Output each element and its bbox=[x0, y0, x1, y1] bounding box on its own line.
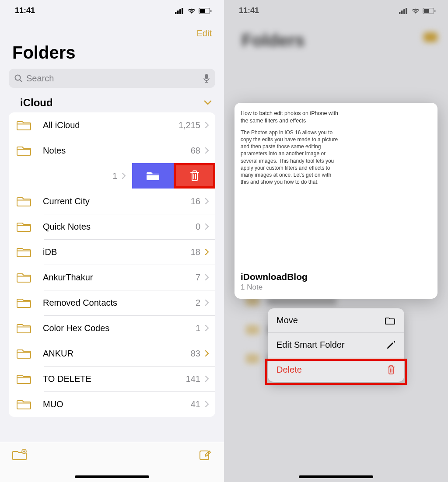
folder-row[interactable]: Quick Notes0 bbox=[9, 214, 215, 239]
folder-label: ANKUR bbox=[43, 349, 191, 359]
trash-icon bbox=[189, 169, 200, 182]
status-time: 11:41 bbox=[239, 6, 259, 15]
folder-row[interactable]: All iCloud1,215 bbox=[9, 112, 215, 138]
cellular-icon bbox=[175, 8, 185, 14]
status-bar: 11:41 bbox=[0, 0, 224, 18]
folder-label: TO DELETE bbox=[43, 374, 186, 384]
folder-count: 1 bbox=[112, 171, 117, 181]
chevron-right-icon bbox=[205, 198, 209, 205]
status-time: 11:41 bbox=[15, 6, 35, 15]
wifi-icon bbox=[187, 8, 196, 14]
chevron-right-icon bbox=[205, 274, 209, 281]
folder-count: 2 bbox=[196, 298, 200, 308]
battery-icon bbox=[199, 8, 212, 14]
svg-rect-5 bbox=[200, 9, 205, 13]
swipe-action-move[interactable] bbox=[132, 163, 174, 189]
note-preview: How to batch edit photos on iPhone with … bbox=[241, 110, 340, 185]
folder-count: 7 bbox=[196, 272, 200, 283]
home-indicator bbox=[299, 475, 373, 478]
search-input[interactable]: Search bbox=[9, 69, 215, 88]
folder-row[interactable]: Removed Contacts2 bbox=[9, 290, 215, 315]
svg-rect-1 bbox=[177, 10, 179, 14]
chevron-right-icon bbox=[205, 350, 209, 357]
folder-list: All iCloud1,215Notes68iBlog1Current City… bbox=[9, 112, 215, 417]
folder-icon bbox=[17, 398, 32, 410]
wifi-icon bbox=[411, 8, 420, 14]
svg-line-8 bbox=[20, 80, 22, 82]
new-folder-icon[interactable] bbox=[12, 448, 27, 461]
folder-label: AnkurThakur bbox=[43, 272, 196, 283]
trash-icon bbox=[387, 364, 396, 375]
context-menu: Move Edit Smart Folder Delete bbox=[268, 308, 404, 382]
home-indicator bbox=[75, 475, 149, 478]
folder-row[interactable]: AnkurThakur7 bbox=[9, 265, 215, 290]
svg-rect-30 bbox=[401, 10, 403, 14]
screenshot-left: 11:41 Edit Folders Search iCloud All iCl… bbox=[0, 0, 224, 482]
folder-icon bbox=[17, 221, 32, 232]
svg-rect-34 bbox=[424, 9, 429, 13]
context-item-move[interactable]: Move bbox=[268, 308, 404, 333]
svg-rect-0 bbox=[175, 12, 177, 14]
search-icon bbox=[14, 74, 23, 83]
swipe-action-delete[interactable] bbox=[174, 163, 215, 189]
folder-row[interactable]: Current City16 bbox=[9, 189, 215, 214]
context-item-delete[interactable]: Delete bbox=[268, 357, 404, 382]
folder-icon bbox=[146, 170, 160, 182]
context-item-label: Edit Smart Folder bbox=[276, 340, 345, 350]
folder-row[interactable]: Notes68 bbox=[9, 138, 215, 163]
folder-icon bbox=[17, 322, 32, 334]
folder-label: Quick Notes bbox=[43, 222, 196, 232]
folder-count: 141 bbox=[186, 374, 200, 384]
folder-row[interactable]: ANKUR83 bbox=[9, 341, 215, 366]
search-placeholder: Search bbox=[26, 73, 203, 84]
chevron-right-icon bbox=[205, 375, 209, 382]
folder-icon bbox=[17, 145, 32, 156]
folder-icon bbox=[17, 272, 32, 283]
folder-row[interactable]: TO DELETE141 bbox=[9, 366, 215, 391]
status-bar: 11:41 bbox=[224, 0, 448, 18]
chevron-right-icon bbox=[205, 248, 209, 255]
pencil-icon bbox=[386, 340, 396, 350]
svg-rect-29 bbox=[399, 12, 401, 14]
chevron-right-icon bbox=[205, 401, 209, 408]
edit-button[interactable]: Edit bbox=[197, 28, 212, 38]
folder-row[interactable]: Color Hex Codes1 bbox=[9, 315, 215, 341]
battery-icon bbox=[423, 8, 436, 14]
svg-rect-6 bbox=[210, 10, 211, 12]
folder-label: Current City bbox=[43, 196, 191, 206]
svg-rect-31 bbox=[403, 9, 405, 14]
folder-row[interactable]: MUO41 bbox=[9, 391, 215, 417]
svg-rect-32 bbox=[406, 8, 407, 14]
chevron-right-icon bbox=[122, 172, 126, 179]
chevron-right-icon bbox=[205, 147, 209, 154]
folder-count: 0 bbox=[196, 222, 200, 232]
folder-count: 41 bbox=[191, 399, 200, 409]
note-title: How to batch edit photos on iPhone with … bbox=[241, 110, 340, 125]
context-item-edit-smart-folder[interactable]: Edit Smart Folder bbox=[268, 333, 404, 357]
folder-label: Removed Contacts bbox=[43, 298, 196, 308]
folder-row[interactable]: iDB18 bbox=[9, 239, 215, 265]
preview-note-count: 1 Note bbox=[241, 283, 431, 292]
context-item-label: Move bbox=[276, 315, 298, 325]
folder-label: iBlog bbox=[9, 171, 112, 181]
chevron-right-icon bbox=[205, 223, 209, 230]
preview-folder-name: iDownloadBlog bbox=[241, 272, 431, 282]
chevron-right-icon bbox=[205, 299, 209, 306]
folder-label: MUO bbox=[43, 399, 191, 409]
folder-icon bbox=[17, 297, 32, 308]
section-header-icloud[interactable]: iCloud bbox=[0, 97, 224, 112]
context-item-label: Delete bbox=[276, 365, 302, 375]
mic-icon[interactable] bbox=[203, 73, 210, 83]
folder-count: 18 bbox=[191, 247, 200, 257]
folder-count: 68 bbox=[191, 146, 200, 156]
chevron-down-icon bbox=[204, 100, 212, 105]
chevron-right-icon bbox=[205, 122, 209, 129]
folder-icon bbox=[17, 373, 32, 384]
folder-row-swiped[interactable]: iBlog1 bbox=[9, 163, 215, 189]
folder-label: Notes bbox=[43, 146, 191, 156]
compose-icon[interactable] bbox=[199, 448, 212, 461]
folder-icon bbox=[17, 119, 32, 131]
note-body: The Photos app in iOS 16 allows you to c… bbox=[241, 129, 340, 186]
folder-preview-card[interactable]: How to batch edit photos on iPhone with … bbox=[234, 103, 438, 299]
svg-rect-3 bbox=[182, 8, 183, 14]
